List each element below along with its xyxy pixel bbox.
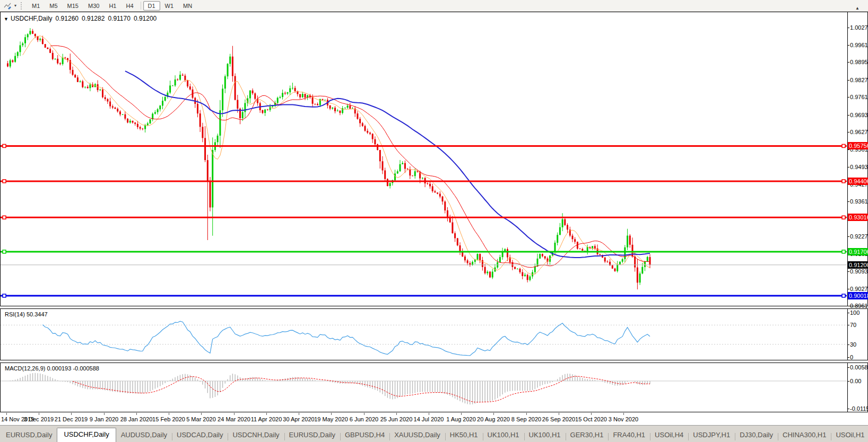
macd-scale-label: 0.00	[850, 378, 861, 385]
date-label: 26 Sep 2020	[542, 416, 575, 422]
price-tick-label: 0.90930	[850, 268, 868, 275]
symbol-tab-eurusd-daily[interactable]: EURUSD,Daily	[1, 429, 57, 442]
hline-price-tag[interactable]: 0.94406	[848, 178, 868, 185]
symbol-tab-eurusd-daily[interactable]: EURUSD,Daily	[284, 429, 340, 442]
rsi-plot[interactable]	[1, 309, 847, 360]
date-label: 8 Sep 2020	[511, 416, 541, 422]
macd-signal-line	[73, 376, 650, 402]
date-tick	[591, 413, 592, 415]
price-tick-label: 0.98950	[850, 59, 868, 66]
symbol-tab-gbpusd-h4[interactable]: GBPUSD,H4	[340, 429, 389, 442]
date-tick	[299, 413, 299, 415]
symbol-tab-usdchf-daily[interactable]: USDCHF,Daily	[57, 428, 116, 442]
symbol-tab-usdcad-daily[interactable]: USDCAD,Daily	[172, 429, 228, 442]
timeframe-button-mn[interactable]: MN	[178, 1, 197, 11]
date-label: 3 Dec 2019	[24, 416, 54, 422]
date-tick	[493, 413, 494, 415]
timeframe-button-d1[interactable]: D1	[143, 1, 160, 11]
date-label: 15 Oct 2020	[575, 416, 607, 422]
date-label: 20 Aug 2020	[477, 416, 510, 422]
symbol-tab-china300-h1[interactable]: CHINA300,H1	[778, 429, 831, 442]
date-label: 5 Mar 2020	[186, 416, 216, 422]
date-tick	[71, 413, 72, 415]
date-label: 19 May 2020	[314, 416, 348, 422]
hline-price-tag[interactable]: 0.90018	[848, 292, 868, 299]
timeframe-button-m30[interactable]: M30	[83, 1, 104, 11]
symbol-name: USDCHF,Daily	[11, 15, 53, 22]
chevron-down-icon[interactable]: ▾	[13, 3, 18, 8]
timeframe-button-m1[interactable]: M1	[27, 1, 45, 11]
date-label: 1 Aug 2020	[446, 416, 476, 422]
symbol-tab-usdjpy-h1[interactable]: USDJPY,H1	[688, 429, 735, 442]
timeframe-button-w1[interactable]: W1	[160, 1, 179, 11]
timeframe-button-m15[interactable]: M15	[63, 1, 83, 11]
hline-price-tag[interactable]: 0.95756	[848, 142, 868, 149]
collapse-arrow-icon[interactable]: ▼	[4, 16, 8, 22]
date-tick	[39, 413, 39, 415]
macd-panel: MACD(12,26,9) 0.000193 -0.000588 0.00581…	[0, 363, 868, 412]
date-tick	[429, 413, 429, 415]
date-tick	[364, 413, 364, 415]
date-tick	[623, 413, 624, 415]
current-price-tag: 0.91200	[848, 261, 868, 269]
date-tick	[396, 413, 397, 415]
symbol-tab-xauusd-daily[interactable]: XAUUSD,Daily	[389, 429, 445, 442]
toolbar-gripper[interactable]	[21, 2, 23, 10]
macd-scale-label: 0.005818	[850, 364, 868, 371]
date-tick	[6, 413, 7, 415]
date-tick	[136, 413, 137, 415]
symbol-tab-usoil-h1[interactable]: USOil,H1	[831, 429, 868, 442]
date-label: 21 Dec 2019	[55, 416, 88, 422]
macd-scale-label: -0.011514	[850, 405, 868, 412]
symbol-tab-audusd-daily[interactable]: AUDUSD,Daily	[116, 429, 172, 442]
ohlc-low: 0.91170	[108, 15, 131, 22]
date-tick	[266, 413, 267, 415]
timeframe-button-h4[interactable]: H4	[121, 1, 138, 11]
main-chart-panel: ▼USDCHF,Daily0.912600.912820.911700.9120…	[0, 12, 868, 306]
hline-price-tag[interactable]: 0.91706	[848, 248, 868, 255]
symbol-tab-hk50-h1[interactable]: HK50,H1	[445, 429, 483, 442]
date-label: 30 Apr 2020	[283, 416, 314, 422]
rsi-scale-label: 70	[850, 322, 856, 329]
symbol-tab-uk100-h1[interactable]: UK100,H1	[524, 429, 566, 442]
symbol-tab-dj30-daily[interactable]: DJ30,Daily	[735, 429, 778, 442]
date-tick	[526, 413, 527, 415]
price-tick-label: 0.99610	[850, 42, 868, 49]
ohlc-high: 0.91282	[82, 15, 105, 22]
price-tick-label: 0.96270	[850, 129, 868, 136]
symbol-tab-ger30-h1[interactable]: GER30,H1	[566, 429, 609, 442]
date-tick	[104, 413, 105, 415]
macd-label: MACD(12,26,9) 0.000193 -0.000588	[5, 365, 99, 372]
price-tick-label: 0.93610	[850, 198, 868, 205]
ma-slow-line	[125, 71, 650, 258]
date-label: 28 Jan 2020	[120, 416, 153, 422]
symbol-tab-usoil-h4[interactable]: USOil,H4	[650, 429, 688, 442]
ohlc-open: 0.91260	[56, 15, 79, 22]
rsi-line	[42, 321, 650, 356]
date-tick	[559, 413, 559, 415]
symbol-tab-usdcnh-daily[interactable]: USDCNH,Daily	[228, 429, 284, 442]
symbol-tab-fra40-h1[interactable]: FRA40,H1	[608, 429, 650, 442]
date-label: 24 Mar 2020	[218, 416, 250, 422]
date-label: 11 Apr 2020	[251, 416, 282, 422]
rsi-scale-label: 0	[850, 354, 853, 361]
date-label: 9 Jan 2020	[90, 416, 118, 422]
toolbar: ▾ M1M5M15M30H1H4D1W1MN	[0, 0, 868, 12]
draw-tool-button[interactable]	[2, 1, 13, 11]
hline-price-tag[interactable]: 0.93016	[848, 214, 868, 221]
main-chart-plot[interactable]	[1, 12, 847, 306]
date-tick	[461, 413, 462, 415]
price-tick-label: 0.98270	[850, 77, 868, 84]
draw-tool-icon	[3, 2, 12, 10]
timeframe-button-m5[interactable]: M5	[45, 1, 62, 11]
chart-title: ▼USDCHF,Daily0.912600.912820.911700.9120…	[4, 15, 157, 22]
date-label: 6 Jun 2020	[350, 416, 378, 422]
date-tick	[201, 413, 202, 415]
ohlc-close: 0.91200	[134, 15, 157, 22]
price-tick-label: 0.92270	[850, 233, 868, 240]
price-tick-label: 0.94930	[850, 164, 868, 171]
date-tick	[234, 413, 235, 415]
macd-plot[interactable]	[1, 363, 847, 412]
symbol-tab-uk100-h1[interactable]: UK100,H1	[483, 429, 524, 442]
timeframe-button-h1[interactable]: H1	[104, 1, 121, 11]
